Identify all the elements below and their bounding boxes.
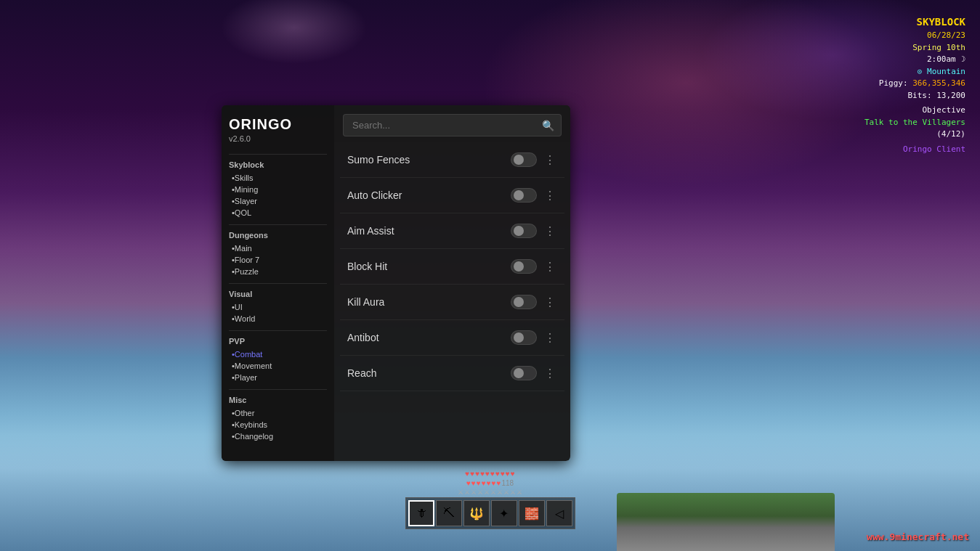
module-item-auto-clicker[interactable]: Auto Clicker ⋮ [340,178,564,213]
module-menu-block-hit[interactable]: ⋮ [543,260,557,274]
sidebar-item-changelog[interactable]: •Changelog [229,430,327,442]
hud-location: ⊙ Mountain [864,66,965,78]
module-list: Sumo Fences ⋮ Auto Clicker ⋮ Aim Assist … [334,142,570,461]
sidebar-item-other[interactable]: •Other [229,407,327,419]
divider-4 [229,330,327,331]
module-toggle-antibot[interactable] [511,330,537,345]
search-icon: 🔍 [542,120,554,131]
module-menu-reach[interactable]: ⋮ [543,367,557,380]
brand-name: ORINGO [229,116,327,133]
module-controls-kill-aura: ⋮ [511,295,557,309]
module-menu-sumo-fences[interactable]: ⋮ [543,153,557,167]
module-item-antibot[interactable]: Antibot ⋮ [340,320,564,356]
module-name-auto-clicker: Auto Clicker [347,189,402,201]
divider-3 [229,283,327,284]
sidebar-category-misc: Misc [229,396,327,404]
hotbar-slot-1[interactable]: 🗡 [408,500,434,526]
module-controls-aim-assist: ⋮ [511,224,557,238]
hud-time: 2:00am ☽ [864,54,965,66]
hud-date: 06/28/23 [864,30,965,42]
sidebar-category-skyblock: Skyblock [229,160,327,169]
sidebar-item-keybinds[interactable]: •Keybinds [229,419,327,430]
module-name-sumo-fences: Sumo Fences [347,154,410,166]
module-controls-auto-clicker: ⋮ [511,188,557,203]
hearts-row-2: ♥ ♥ ♥ ♥ ♥ ♥ ♥ 118 [466,479,514,487]
module-menu-aim-assist[interactable]: ⋮ [543,224,557,238]
module-toggle-auto-clicker[interactable] [511,188,537,203]
module-toggle-aim-assist[interactable] [511,224,537,238]
hud-client: Oringo Client [864,144,965,156]
module-name-block-hit: Block Hit [347,261,387,272]
hotbar-area: ♥ ♥ ♥ ♥ ♥ ♥ ♥ ♥ ♥ ♥ ♥ ♥ ♥ ♥ ♥ ♥ ♥ 118 ⚔⚔… [405,470,575,529]
sidebar-category-pvp: PVP [229,337,327,346]
sidebar-item-floor7[interactable]: •Floor 7 [229,254,327,266]
hud-title: SKYBLOCK [864,15,965,30]
hotbar-slot-6[interactable]: ◁ [546,500,572,526]
hotbar-slot-3[interactable]: 🔱 [463,500,490,526]
module-name-kill-aura: Kill Aura [347,296,384,308]
module-toggle-reach[interactable] [511,366,537,380]
module-item-kill-aura[interactable]: Kill Aura ⋮ [340,285,564,320]
search-input[interactable] [343,114,562,136]
hotbar-slot-4[interactable]: ✦ [491,500,517,526]
module-name-reach: Reach [347,367,376,379]
sidebar-item-world[interactable]: •World [229,313,327,325]
module-item-block-hit[interactable]: Block Hit ⋮ [340,249,564,285]
module-toggle-block-hit[interactable] [511,259,537,274]
brand-version: v2.6.0 [229,134,327,143]
hud-objective-progress: (4/12) [864,128,965,141]
hud-objective-label: Objective [864,105,965,117]
hud-piggy: Piggy: 366,355,346 [864,78,965,90]
sidebar-item-main[interactable]: •Main [229,242,327,254]
module-item-sumo-fences[interactable]: Sumo Fences ⋮ [340,142,564,178]
sidebar-item-combat[interactable]: •Combat [229,348,327,360]
watermark: www.9minecraft.net [867,531,969,542]
sidebar-item-skills[interactable]: •Skills [229,172,327,184]
module-controls-antibot: ⋮ [511,330,557,345]
sidebar-category-dungeons: Dungeons [229,231,327,240]
client-panel: ORINGO v2.6.0 Skyblock •Skills •Mining •… [222,105,570,461]
hud-panel: SKYBLOCK 06/28/23 Spring 10th 2:00am ☽ ⊙… [864,15,965,155]
module-controls-sumo-fences: ⋮ [511,152,557,167]
hud-bits: Bits: 13,200 [864,90,965,102]
sidebar-item-player[interactable]: •Player [229,372,327,383]
sidebar: ORINGO v2.6.0 Skyblock •Skills •Mining •… [222,105,334,461]
module-menu-kill-aura[interactable]: ⋮ [543,295,557,309]
sidebar-category-visual: Visual [229,290,327,298]
hud-objective-task: Talk to the Villagers [864,117,965,129]
module-item-aim-assist[interactable]: Aim Assist ⋮ [340,213,564,249]
divider-2 [229,224,327,225]
hud-season: Spring 10th [864,42,965,54]
search-wrapper: 🔍 [343,114,562,136]
sidebar-item-puzzle[interactable]: •Puzzle [229,266,327,277]
sidebar-item-qol[interactable]: •QOL [229,207,327,219]
module-menu-auto-clicker[interactable]: ⋮ [543,189,557,203]
hotbar-slot-5[interactable]: 🧱 [519,500,545,526]
divider-5 [229,389,327,390]
search-bar-container: 🔍 [334,105,570,142]
sidebar-item-ui[interactable]: •UI [229,301,327,313]
module-toggle-kill-aura[interactable] [511,295,537,309]
hotbar: 🗡 ⛏ 🔱 ✦ 🧱 ◁ [405,497,575,529]
module-toggle-sumo-fences[interactable] [511,152,537,167]
module-controls-block-hit: ⋮ [511,259,557,274]
module-name-aim-assist: Aim Assist [347,225,394,237]
hotbar-slot-2[interactable]: ⛏ [436,500,462,526]
module-item-reach[interactable]: Reach ⋮ [340,356,564,391]
hearts-row: ♥ ♥ ♥ ♥ ♥ ♥ ♥ ♥ ♥ ♥ [465,470,514,478]
module-controls-reach: ⋮ [511,366,557,380]
content-area: 🔍 Sumo Fences ⋮ Auto Clicker ⋮ Aim A [334,105,570,461]
sidebar-item-slayer[interactable]: •Slayer [229,195,327,207]
module-name-antibot: Antibot [347,332,379,343]
sidebar-item-movement[interactable]: •Movement [229,360,327,372]
armor-bar: ⚔⚔⚔ ⚔⚔⚔ ⚔⚔⚔ ⚔ [458,489,522,496]
module-menu-antibot[interactable]: ⋮ [543,331,557,345]
divider-1 [229,154,327,155]
sidebar-item-mining[interactable]: •Mining [229,184,327,195]
